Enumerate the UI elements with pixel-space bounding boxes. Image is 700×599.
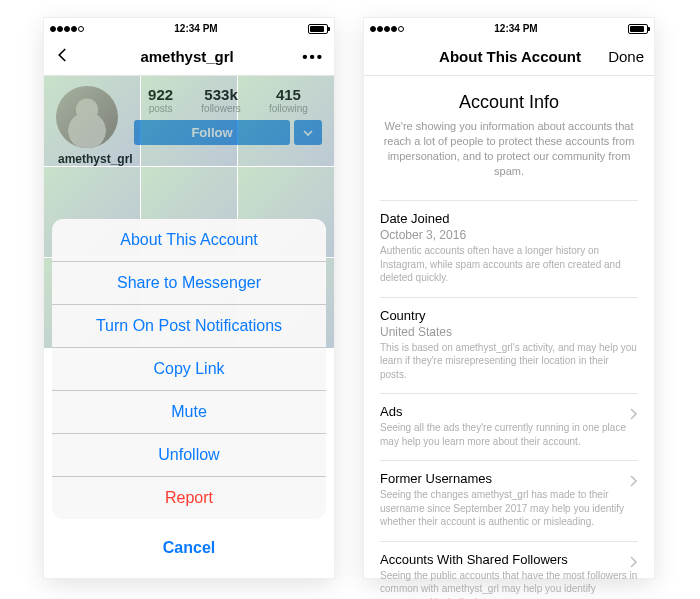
status-time: 12:34 PM [174, 23, 217, 34]
signal-icon [50, 26, 84, 32]
chevron-right-icon [630, 554, 638, 572]
more-button[interactable]: ••• [302, 48, 324, 65]
phone-about-account: 12:34 PM About This Account Done Account… [364, 18, 654, 578]
battery-icon [308, 24, 328, 34]
nav-title: amethyst_grl [140, 48, 233, 65]
section-former-usernames[interactable]: Former Usernames Seeing the changes amet… [380, 460, 638, 541]
section-description: Authentic accounts often have a longer h… [380, 244, 638, 285]
section-heading: Ads [380, 404, 638, 419]
section-heading: Accounts With Shared Followers [380, 552, 638, 567]
action-sheet: About This Account Share to Messenger Tu… [52, 219, 326, 570]
status-bar: 12:34 PM [364, 18, 654, 37]
chevron-left-icon [54, 46, 72, 64]
account-info-heading: Account Info [380, 92, 638, 113]
section-description: Seeing the changes amethyst_grl has made… [380, 488, 638, 529]
chevron-right-icon [630, 473, 638, 491]
section-heading: Date Joined [380, 211, 638, 226]
section-heading: Former Usernames [380, 471, 638, 486]
section-value: October 3, 2016 [380, 228, 638, 242]
section-country: Country United States This is based on a… [380, 297, 638, 394]
status-bar: 12:34 PM [44, 18, 334, 37]
section-description: This is based on amethyst_grl's activity… [380, 341, 638, 382]
about-nav: About This Account Done [364, 37, 654, 76]
section-value: United States [380, 325, 638, 339]
section-date-joined: Date Joined October 3, 2016 Authentic ac… [380, 200, 638, 297]
battery-icon [628, 24, 648, 34]
account-info-subheading: We're showing you information about acco… [380, 119, 638, 178]
nav-title: About This Account [439, 48, 581, 65]
sheet-turn-on-post-notifications[interactable]: Turn On Post Notifications [52, 304, 326, 347]
sheet-report[interactable]: Report [52, 476, 326, 519]
chevron-right-icon [630, 406, 638, 424]
sheet-about-this-account[interactable]: About This Account [52, 219, 326, 261]
back-button[interactable] [54, 46, 72, 67]
section-ads[interactable]: Ads Seeing all the ads they're currently… [380, 393, 638, 460]
signal-icon [370, 26, 404, 32]
sheet-share-to-messenger[interactable]: Share to Messenger [52, 261, 326, 304]
section-description: Seeing the public accounts that have the… [380, 569, 638, 599]
section-shared-followers[interactable]: Accounts With Shared Followers Seeing th… [380, 541, 638, 599]
section-description: Seeing all the ads they're currently run… [380, 421, 638, 448]
profile-nav: amethyst_grl ••• [44, 37, 334, 76]
done-button[interactable]: Done [608, 48, 644, 65]
sheet-unfollow[interactable]: Unfollow [52, 433, 326, 476]
section-heading: Country [380, 308, 638, 323]
sheet-copy-link[interactable]: Copy Link [52, 347, 326, 390]
phone-profile: 12:34 PM amethyst_grl ••• 922 post [44, 18, 334, 578]
status-time: 12:34 PM [494, 23, 537, 34]
sheet-mute[interactable]: Mute [52, 390, 326, 433]
sheet-cancel[interactable]: Cancel [52, 526, 326, 570]
